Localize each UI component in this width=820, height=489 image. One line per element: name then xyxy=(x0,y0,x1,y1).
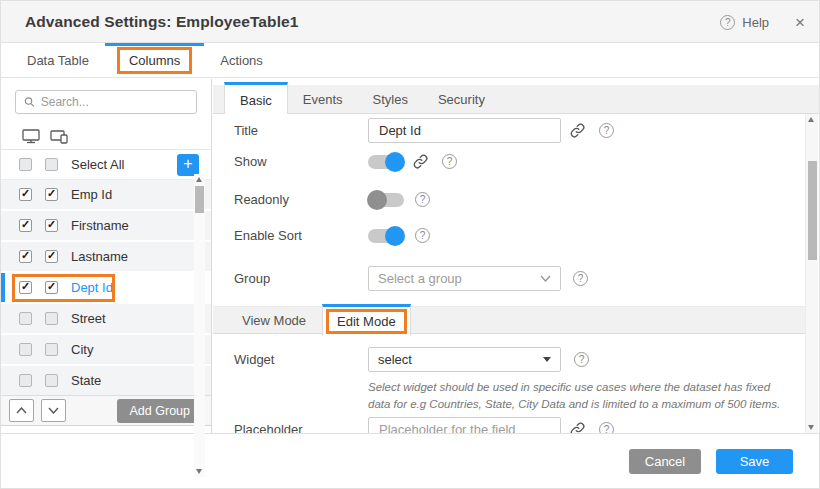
tab-columns[interactable]: Columns xyxy=(103,43,206,77)
tab-label: Actions xyxy=(220,53,263,68)
column-checkbox[interactable] xyxy=(19,219,32,232)
column-row-lastname[interactable]: Lastname xyxy=(1,242,211,273)
scrollbar-thumb[interactable] xyxy=(195,186,204,213)
column-checkbox[interactable] xyxy=(45,188,58,201)
widget-select[interactable]: select xyxy=(368,347,561,372)
widget-help-icon[interactable]: ? xyxy=(574,352,589,367)
add-column-button[interactable]: + xyxy=(177,154,199,176)
column-checkbox[interactable] xyxy=(19,281,32,294)
column-checkbox[interactable] xyxy=(19,312,32,325)
annotation-box-columns: Columns xyxy=(117,47,192,74)
column-checkbox[interactable] xyxy=(19,374,32,387)
column-checkbox[interactable] xyxy=(19,188,32,201)
column-checkbox[interactable] xyxy=(45,281,58,294)
show-help-icon[interactable]: ? xyxy=(442,154,457,169)
save-button[interactable]: Save xyxy=(716,449,793,474)
column-row-emp-id[interactable]: Emp Id xyxy=(1,180,211,211)
select-all-checkbox-2[interactable] xyxy=(45,158,58,171)
desktop-icon[interactable] xyxy=(22,129,40,144)
title-input[interactable] xyxy=(368,118,561,143)
chevron-down-icon xyxy=(540,275,551,282)
mode-tab-bar: View Mode Edit Mode xyxy=(213,306,805,334)
readonly-toggle[interactable] xyxy=(368,193,404,207)
bind-link-icon[interactable] xyxy=(570,422,585,433)
readonly-field-label: Readonly xyxy=(234,192,368,207)
dialog-header: Advanced Settings: EmployeeTable1 ? Help… xyxy=(1,1,819,43)
tab-edit-mode[interactable]: Edit Mode xyxy=(322,304,411,336)
group-field-label: Group xyxy=(234,271,368,286)
bind-link-icon[interactable] xyxy=(570,123,585,138)
readonly-help-icon[interactable]: ? xyxy=(415,192,430,207)
scroll-down-icon[interactable] xyxy=(808,425,814,430)
placeholder-help-icon[interactable]: ? xyxy=(599,422,614,433)
column-checkbox[interactable] xyxy=(45,343,58,356)
toggle-knob xyxy=(385,226,405,246)
search-input[interactable] xyxy=(41,95,188,109)
tab-label: Data Table xyxy=(27,53,89,68)
add-group-button[interactable]: Add Group xyxy=(117,399,203,423)
tab-styles[interactable]: Styles xyxy=(358,85,423,113)
column-checkbox[interactable] xyxy=(19,343,32,356)
show-field-row: Show ? xyxy=(234,154,789,169)
column-checkbox[interactable] xyxy=(45,250,58,263)
dialog-title: Advanced Settings: EmployeeTable1 xyxy=(25,13,298,31)
tab-security[interactable]: Security xyxy=(423,85,500,113)
column-checkbox[interactable] xyxy=(45,374,58,387)
scroll-up-icon[interactable] xyxy=(808,117,814,122)
tab-data-table[interactable]: Data Table xyxy=(13,43,103,77)
move-column-down-button[interactable] xyxy=(41,399,66,422)
column-row-state[interactable]: State xyxy=(1,366,211,397)
enable-sort-field-label: Enable Sort xyxy=(234,228,368,243)
column-checkbox[interactable] xyxy=(45,312,58,325)
tab-events[interactable]: Events xyxy=(288,85,358,113)
enable-sort-toggle[interactable] xyxy=(368,229,404,243)
column-row-street[interactable]: Street xyxy=(1,304,211,335)
tab-view-mode[interactable]: View Mode xyxy=(226,307,322,333)
select-all-checkbox-1[interactable] xyxy=(19,158,32,171)
tablet-mobile-icon[interactable] xyxy=(50,129,69,144)
widget-field-label: Widget xyxy=(234,352,368,367)
move-column-up-button[interactable] xyxy=(9,399,34,422)
sidebar-footer: Add Group xyxy=(1,395,211,426)
scroll-down-icon[interactable] xyxy=(196,469,202,474)
annotation-box-edit-mode: Edit Mode xyxy=(326,309,407,334)
readonly-field-row: Readonly ? xyxy=(234,192,789,207)
column-row-city[interactable]: City xyxy=(1,335,211,366)
search-box xyxy=(15,90,197,114)
tab-label: Edit Mode xyxy=(337,314,396,329)
panel-scrollbar[interactable] xyxy=(805,114,818,433)
bind-link-icon[interactable] xyxy=(413,154,428,169)
enable-sort-field-row: Enable Sort ? xyxy=(234,228,789,243)
scrollbar-thumb[interactable] xyxy=(808,161,817,260)
group-select-placeholder: Select a group xyxy=(378,271,462,286)
tab-label: Styles xyxy=(373,92,408,107)
enable-sort-help-icon[interactable]: ? xyxy=(415,228,430,243)
title-help-icon[interactable]: ? xyxy=(599,123,614,138)
main-tab-bar: Data Table Columns Actions xyxy=(1,43,819,78)
close-icon[interactable]: × xyxy=(795,14,805,31)
group-select[interactable]: Select a group xyxy=(368,266,561,291)
show-toggle[interactable] xyxy=(368,155,404,169)
help-label: Help xyxy=(742,15,769,30)
tab-basic[interactable]: Basic xyxy=(224,82,288,115)
column-checkbox[interactable] xyxy=(19,250,32,263)
widget-field-row: Widget select ? xyxy=(234,347,789,372)
placeholder-input[interactable] xyxy=(368,417,561,433)
tab-label: Events xyxy=(303,92,343,107)
advanced-settings-dialog: Advanced Settings: EmployeeTable1 ? Help… xyxy=(0,0,820,489)
select-all-label: Select All xyxy=(71,157,124,172)
scroll-up-icon[interactable] xyxy=(196,177,202,182)
column-row-firstname[interactable]: Firstname xyxy=(1,211,211,242)
help-button[interactable]: ? Help xyxy=(720,15,769,30)
group-field-row: Group Select a group ? xyxy=(234,266,789,291)
properties-tab-bar: Basic Events Styles Security xyxy=(213,85,819,114)
tab-actions[interactable]: Actions xyxy=(206,43,277,77)
help-icon: ? xyxy=(720,15,735,30)
column-checkbox[interactable] xyxy=(45,219,58,232)
chevron-down-icon xyxy=(48,407,59,414)
column-row-dept-id[interactable]: Dept Id xyxy=(1,273,211,304)
group-help-icon[interactable]: ? xyxy=(573,271,588,286)
dialog-footer: Cancel Save xyxy=(1,433,819,489)
sidebar-scrollbar[interactable] xyxy=(194,174,205,477)
cancel-button[interactable]: Cancel xyxy=(629,449,701,474)
